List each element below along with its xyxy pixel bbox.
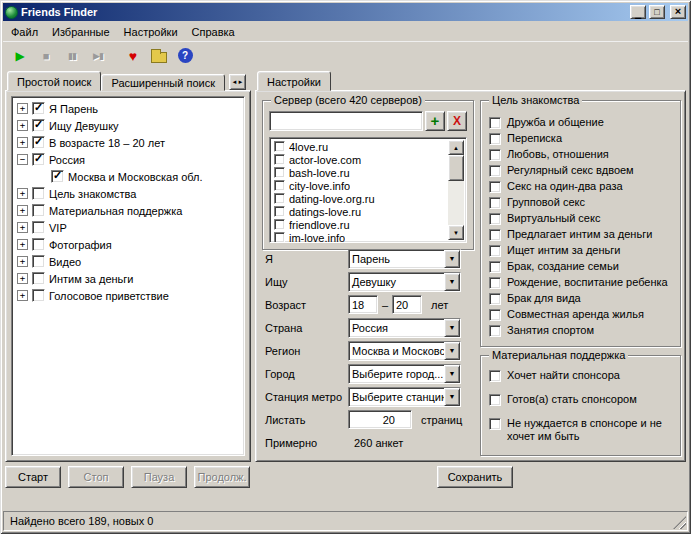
tab-settings[interactable]: Настройки <box>257 71 331 91</box>
resume-button[interactable]: Продолж. <box>194 466 250 488</box>
menu-favorites[interactable]: Избранные <box>45 23 117 41</box>
checkbox[interactable] <box>274 141 285 152</box>
support-checkbox-item[interactable]: Готов(а) стать спонсором <box>489 393 674 406</box>
tab-simple-search[interactable]: Простой поиск <box>7 71 101 91</box>
checkbox[interactable] <box>32 119 45 132</box>
help-toolbar-button[interactable]: ? <box>173 44 197 67</box>
remove-server-button[interactable]: X <box>447 111 467 131</box>
stop-toolbar-button[interactable]: ■ <box>34 44 58 67</box>
checkbox[interactable] <box>32 272 45 285</box>
tree-item[interactable]: + В возрасте 18 – 20 лет <box>12 134 244 151</box>
close-button[interactable]: × <box>670 5 686 19</box>
chevron-down-icon[interactable]: ▼ <box>444 365 460 383</box>
checkbox[interactable] <box>274 167 285 178</box>
start-toolbar-button[interactable]: ▶ <box>8 44 32 67</box>
city-select[interactable]: Выберите город... ▼ <box>348 364 461 384</box>
server-item[interactable]: friendlove.ru <box>272 218 448 231</box>
goal-checkbox-item[interactable]: Совместная аренда жилья <box>489 308 676 324</box>
checkbox[interactable] <box>32 136 45 149</box>
resize-grip[interactable] <box>673 516 686 529</box>
pause-toolbar-button[interactable]: ▮▮ <box>60 44 84 67</box>
checkbox[interactable] <box>274 232 285 243</box>
goal-checkbox-item[interactable]: Регулярный секс вдвоем <box>489 164 676 180</box>
tree-item[interactable]: Москва и Московская обл. <box>12 168 244 185</box>
checkbox[interactable] <box>489 165 501 177</box>
tree-item[interactable]: + VIP <box>12 219 244 236</box>
region-select[interactable]: Москва и Московск ▼ <box>348 341 461 361</box>
checkbox[interactable] <box>489 277 501 289</box>
checkbox[interactable] <box>274 180 285 191</box>
tree-item[interactable]: + Ищу Девушку <box>12 117 244 134</box>
checkbox[interactable] <box>489 325 501 337</box>
checkbox[interactable] <box>32 255 45 268</box>
menu-help[interactable]: Справка <box>185 23 242 41</box>
support-checkbox-item[interactable]: Хочет найти спонсора <box>489 369 674 382</box>
i-am-select[interactable]: Парень ▼ <box>348 249 461 269</box>
folder-toolbar-button[interactable] <box>147 44 171 67</box>
checkbox[interactable] <box>274 193 285 204</box>
goal-checkbox-item[interactable]: Секс на один-два раза <box>489 180 676 196</box>
goal-checkbox-item[interactable]: Любовь, отношения <box>489 148 676 164</box>
chevron-down-icon[interactable]: ▼ <box>444 342 460 360</box>
checkbox[interactable] <box>32 221 45 234</box>
checkbox[interactable] <box>489 229 501 241</box>
stop-button[interactable]: Стоп <box>68 466 124 488</box>
metro-select[interactable]: Выберите станцию ▼ <box>348 387 461 407</box>
server-filter-input[interactable] <box>269 111 423 131</box>
tree-expander-icon[interactable]: + <box>17 137 28 148</box>
goal-checkbox-item[interactable]: Предлагает интим за деньги <box>489 228 676 244</box>
checkbox[interactable] <box>489 213 501 225</box>
checkbox[interactable] <box>489 293 501 305</box>
tree-item[interactable]: − Россия <box>12 151 244 168</box>
goal-checkbox-item[interactable]: Переписка <box>489 132 676 148</box>
tree-expander-icon[interactable]: + <box>17 103 28 114</box>
checkbox[interactable] <box>274 206 285 217</box>
checkbox[interactable] <box>32 289 45 302</box>
resume-toolbar-button[interactable]: ▶▮ <box>86 44 110 67</box>
minimize-button[interactable]: ▁ <box>630 5 646 19</box>
checkbox[interactable] <box>489 261 501 273</box>
checkbox[interactable] <box>489 117 501 129</box>
chevron-down-icon[interactable]: ▼ <box>444 388 460 406</box>
tree-expander-icon[interactable]: − <box>17 154 28 165</box>
goal-checkbox-item[interactable]: Рождение, воспитание ребенка <box>489 276 676 292</box>
checkbox[interactable] <box>489 149 501 161</box>
checkbox[interactable] <box>489 197 501 209</box>
chevron-down-icon[interactable]: ▼ <box>444 273 460 291</box>
tree-expander-icon[interactable]: + <box>17 273 28 284</box>
checkbox[interactable] <box>489 394 501 406</box>
scroll-down-icon[interactable]: ▼ <box>448 225 464 240</box>
tree-expander-icon[interactable]: + <box>17 188 28 199</box>
goal-checkbox-item[interactable]: Ищет интим за деньги <box>489 244 676 260</box>
checkbox[interactable] <box>51 170 64 183</box>
menu-settings[interactable]: Настройки <box>117 23 185 41</box>
server-item[interactable]: actor-love.com <box>272 153 448 166</box>
age-from-input[interactable] <box>348 295 378 314</box>
tree-item[interactable]: + Видео <box>12 253 244 270</box>
goal-checkbox-item[interactable]: Виртуальный секс <box>489 212 676 228</box>
server-item[interactable]: datings-love.ru <box>272 205 448 218</box>
seek-select[interactable]: Девушку ▼ <box>348 272 461 292</box>
tree-item[interactable]: + Цель знакомства <box>12 185 244 202</box>
server-list-scrollbar[interactable]: ▲ ▼ <box>448 140 464 240</box>
maximize-button[interactable]: □ <box>649 5 665 19</box>
tree-item[interactable]: + Я Парень <box>12 100 244 117</box>
tab-advanced-search[interactable]: Расширенный поиск <box>101 74 225 91</box>
checkbox[interactable] <box>32 187 45 200</box>
menu-file[interactable]: Файл <box>4 23 45 41</box>
goal-checkbox-item[interactable]: Брак для вида <box>489 292 676 308</box>
goal-checkbox-item[interactable]: Брак, создание семьи <box>489 260 676 276</box>
tree-expander-icon[interactable]: + <box>17 222 28 233</box>
tab-scroll-button[interactable]: ◄► <box>229 74 246 90</box>
goal-checkbox-item[interactable]: Дружба и общение <box>489 116 676 132</box>
chevron-down-icon[interactable]: ▼ <box>444 250 460 268</box>
scroll-up-icon[interactable]: ▲ <box>448 140 464 155</box>
server-item[interactable]: city-love.info <box>272 179 448 192</box>
checkbox[interactable] <box>274 219 285 230</box>
tree-expander-icon[interactable]: + <box>17 120 28 131</box>
checkbox[interactable] <box>32 238 45 251</box>
checkbox[interactable] <box>489 309 501 321</box>
tree-expander-icon[interactable]: + <box>17 205 28 216</box>
tree-item[interactable]: + Голосовое приветствие <box>12 287 244 304</box>
server-item[interactable]: dating-love.org.ru <box>272 192 448 205</box>
